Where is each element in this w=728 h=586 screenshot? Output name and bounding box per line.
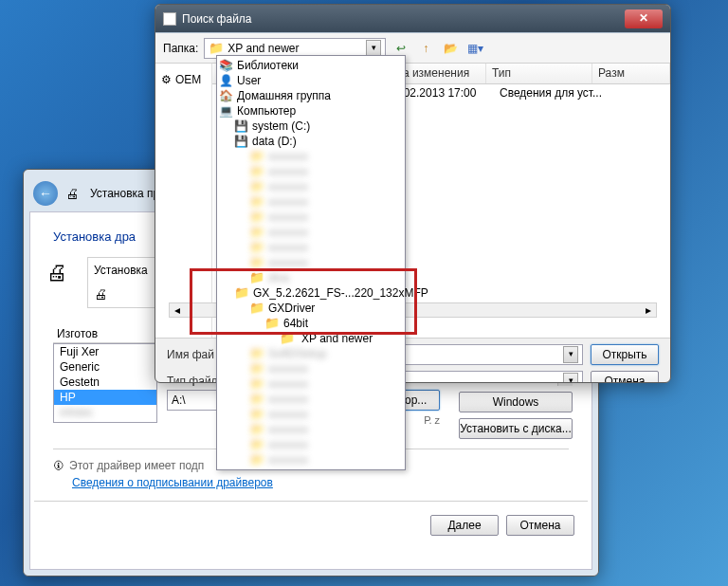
tree-blur[interactable]: xxxxxxx <box>217 179 405 194</box>
folder-icon <box>249 453 264 467</box>
homegroup-icon <box>219 89 233 102</box>
tree-blur[interactable]: xxxxxxx <box>217 210 405 225</box>
nav-up-icon[interactable]: ↑ <box>416 39 435 58</box>
install-from-disk-button[interactable]: Установить с диска... <box>459 418 573 439</box>
filename-dropdown[interactable]: ▾ <box>563 346 578 363</box>
tree-blur[interactable]: xxxxxxx <box>217 392 405 407</box>
tree-gxdriver[interactable]: GXDriver <box>217 301 405 316</box>
tree-blur[interactable]: xxxxxxx <box>217 225 405 240</box>
cancel-button[interactable]: Отмена <box>506 515 574 536</box>
folder-icon <box>249 241 264 254</box>
tree-blur[interactable]: xxxxxxx <box>217 452 405 467</box>
driver-signing-link[interactable]: Сведения о подписывании драйверов <box>72 476 273 489</box>
folder-icon <box>249 271 264 284</box>
folder-icon <box>249 195 264 209</box>
folder-icon <box>280 332 295 345</box>
folder-icon <box>249 347 264 360</box>
col-size[interactable]: Разм <box>592 64 670 83</box>
tree-homegroup[interactable]: Домашняя группа <box>217 88 405 103</box>
computer-icon <box>219 104 233 118</box>
tree-blur[interactable]: xxxxxxx <box>217 194 405 210</box>
folder-combo-value: XP and newer <box>228 42 299 55</box>
dialog-cancel-button[interactable]: Отмена <box>591 371 659 383</box>
dialog-titlebar[interactable]: Поиск файла ✕ <box>155 5 670 33</box>
copy-path-value: A:\ <box>172 394 186 407</box>
tree-drive-d[interactable]: data (D:) <box>217 134 405 149</box>
signature-note: Этот драйвер имеет подп <box>69 459 204 472</box>
file-type: Сведения для уст... <box>500 86 606 100</box>
folder-icon <box>249 408 264 421</box>
manufacturer-label: Изготов <box>53 325 157 343</box>
folder-icon <box>249 180 264 193</box>
drive-icon <box>234 135 248 148</box>
hscroll-right[interactable]: ▸ <box>641 303 656 317</box>
col-type[interactable]: Тип <box>486 64 592 83</box>
view-menu-icon[interactable]: ▦▾ <box>465 39 484 58</box>
mfr-item[interactable]: infotec <box>54 405 156 420</box>
tree-blur[interactable]: xxxxxxx <box>217 407 405 422</box>
back-button[interactable]: ← <box>33 181 58 206</box>
folder-icon <box>249 226 264 239</box>
folder-icon <box>249 362 264 375</box>
folder-icon <box>249 302 264 315</box>
windows-update-button[interactable]: Windows <box>459 392 573 412</box>
close-button[interactable]: ✕ <box>625 9 663 28</box>
open-button[interactable]: Открыть <box>591 344 659 365</box>
folder-icon <box>249 423 264 436</box>
folder-icon <box>209 42 224 55</box>
new-folder-icon[interactable]: 📂 <box>441 39 460 58</box>
mfr-item-selected[interactable]: HP <box>54 390 156 405</box>
shield-icon <box>53 459 64 472</box>
tree-diva[interactable]: diva <box>217 270 405 285</box>
places-bar: ⚙ OEM <box>155 64 212 338</box>
filetype-dropdown[interactable]: ▾ <box>563 373 578 383</box>
tree-drive-c[interactable]: system (C:) <box>217 119 405 134</box>
printer-large-icon <box>46 260 74 284</box>
tree-blur[interactable]: xxxxxxx <box>217 164 405 179</box>
tree-64bit[interactable]: 64bit <box>217 316 405 331</box>
folder-icon <box>249 150 264 163</box>
folder-icon <box>249 438 264 451</box>
mfr-item[interactable]: Gestetn <box>54 375 156 390</box>
mfr-item[interactable]: Fuji Xer <box>54 344 156 359</box>
folder-icon <box>234 286 249 300</box>
folder-icon <box>249 211 264 224</box>
left-item-label[interactable]: OEM <box>175 73 201 86</box>
folder-label: Папка: <box>163 42 198 55</box>
next-button[interactable]: Далее <box>430 515 499 536</box>
folder-tree-dropdown[interactable]: Библиотеки User Домашняя группа Компьюте… <box>216 55 406 470</box>
tree-blur[interactable]: xxxxxxx <box>217 361 405 376</box>
mfr-item[interactable]: Generic <box>54 359 156 375</box>
folder-icon <box>249 256 264 269</box>
printer-icon <box>65 186 82 201</box>
tree-blur[interactable]: xxxxxxx <box>217 437 405 452</box>
tree-blur[interactable]: xxxxxxx <box>217 376 405 392</box>
folder-icon <box>249 377 264 391</box>
user-icon <box>219 74 233 87</box>
file-icon <box>163 12 176 26</box>
tree-blur[interactable]: xxxxxxx <box>217 149 405 164</box>
tree-user[interactable]: User <box>217 73 405 88</box>
hscroll-left[interactable]: ◂ <box>170 303 185 317</box>
tree-blur[interactable]: xxxxxxx <box>217 422 405 437</box>
folder-combo-dropdown[interactable]: ▾ <box>366 40 381 57</box>
folder-icon <box>249 393 264 406</box>
tab-install[interactable]: Установка <box>94 264 148 277</box>
folder-icon <box>249 165 264 178</box>
printer-small-icon <box>94 286 111 302</box>
tree-computer[interactable]: Компьютер <box>217 103 405 119</box>
tree-xp-newer[interactable]: XP and newer <box>217 331 405 346</box>
tree-blur[interactable]: xxxxxxx <box>217 240 405 255</box>
dialog-title: Поиск файла <box>182 12 252 26</box>
tree-libraries[interactable]: Библиотеки <box>217 58 405 73</box>
tree-gx-folder[interactable]: GX_5.2.2621_FS-...220_132xMFP <box>217 285 405 301</box>
drive-icon <box>234 119 248 133</box>
libraries-icon <box>219 59 233 72</box>
setup-info-icon: ⚙ <box>161 73 172 86</box>
folder-icon <box>264 317 280 330</box>
tree-blur[interactable]: xxxxxxx <box>217 255 405 270</box>
tree-softsetup[interactable]: SoftDSetup <box>217 346 405 361</box>
manufacturer-list[interactable]: Fuji Xer Generic Gestetn HP infotec <box>53 343 157 423</box>
